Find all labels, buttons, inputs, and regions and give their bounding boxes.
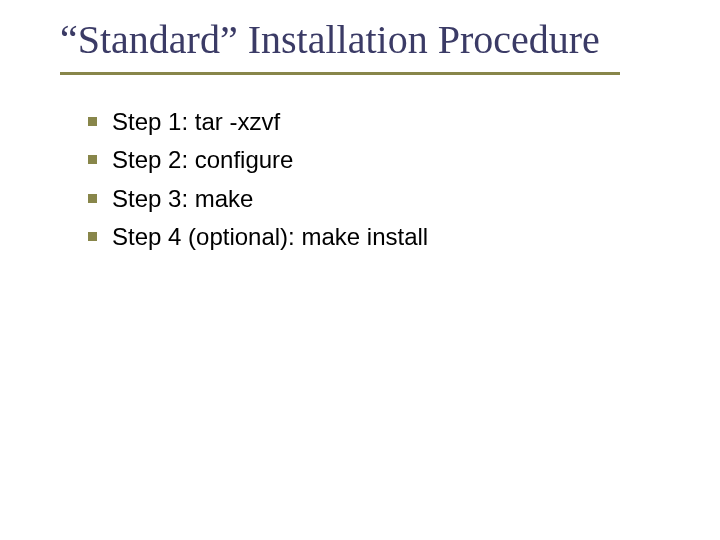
list-item: Step 4 (optional): make install [112, 218, 680, 256]
step-text: Step 1: tar -xzvf [112, 108, 280, 135]
title-underline [60, 72, 620, 75]
step-text: Step 2: configure [112, 146, 293, 173]
slide-title: “Standard” Installation Procedure [60, 18, 680, 62]
step-text: Step 4 (optional): make install [112, 223, 428, 250]
slide: “Standard” Installation Procedure Step 1… [0, 0, 720, 540]
step-text: Step 3: make [112, 185, 253, 212]
list-item: Step 1: tar -xzvf [112, 103, 680, 141]
list-item: Step 3: make [112, 180, 680, 218]
steps-list: Step 1: tar -xzvf Step 2: configure Step… [60, 103, 680, 257]
list-item: Step 2: configure [112, 141, 680, 179]
